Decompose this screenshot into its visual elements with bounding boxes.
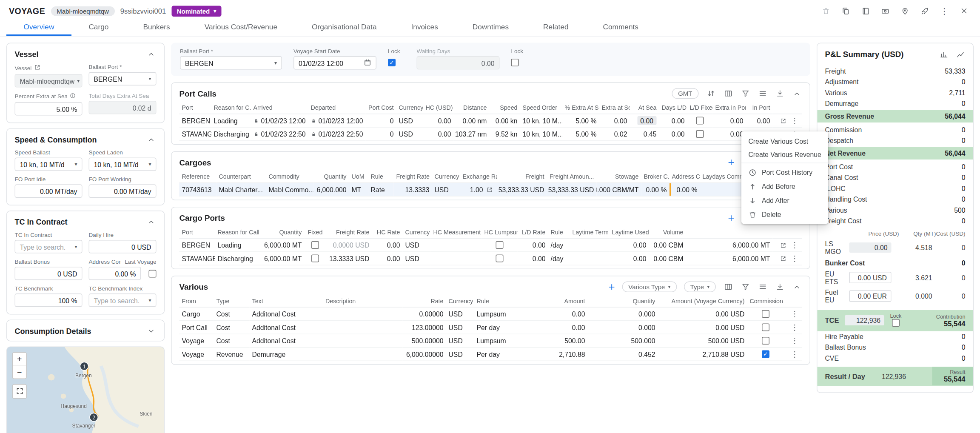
cell-currency[interactable]: USD bbox=[396, 114, 423, 128]
col-rate[interactable]: Rate bbox=[403, 294, 446, 308]
cell-laytime_term[interactable] bbox=[570, 252, 610, 266]
cell-type[interactable]: Cost bbox=[214, 308, 250, 321]
cell-from[interactable]: Voyage bbox=[179, 334, 214, 348]
col-actions[interactable] bbox=[773, 225, 802, 239]
cell-reason[interactable]: Discharging bbox=[215, 252, 261, 266]
vessel-chip[interactable]: Mabl-mloeqmdtqw bbox=[51, 6, 115, 16]
col-actions[interactable] bbox=[773, 101, 802, 114]
cell-uom[interactable]: MT bbox=[349, 183, 368, 197]
row-menu-icon[interactable]: ⋮ bbox=[790, 310, 800, 319]
chart-line-icon[interactable] bbox=[955, 49, 966, 60]
ld_fixed-checkbox[interactable] bbox=[696, 130, 704, 138]
cell-commission[interactable] bbox=[747, 308, 784, 321]
context-menu-item-add-before[interactable]: Add Before bbox=[741, 179, 828, 194]
cell-amount[interactable]: 0.00 bbox=[511, 321, 588, 335]
cell-volume[interactable]: 0.00 CBM bbox=[649, 239, 686, 252]
tab[interactable]: Invoices bbox=[394, 19, 455, 36]
commission-checkbox[interactable] bbox=[762, 324, 769, 331]
hc_lumpsum-checkbox[interactable] bbox=[496, 255, 504, 262]
col-type[interactable]: Type bbox=[214, 294, 250, 308]
tab[interactable]: Various Cost/Revenue bbox=[187, 19, 294, 36]
cell-volume[interactable]: 0.00 CBM bbox=[649, 252, 686, 266]
cell-reason[interactable]: Loading bbox=[215, 239, 261, 252]
col-quantity[interactable]: Quantity bbox=[313, 170, 349, 183]
cell-commodity[interactable]: Mabl Commo... bbox=[266, 183, 313, 197]
cell-port[interactable]: BERGEN bbox=[179, 239, 215, 252]
tab[interactable]: Related bbox=[526, 19, 586, 36]
cell-quantity[interactable]: 6,000.000 bbox=[313, 183, 349, 197]
speed-ballast-select[interactable]: 10 kn, 10 MT/d▾ bbox=[15, 158, 83, 171]
daily-hire-input[interactable]: 0 USD bbox=[89, 240, 157, 254]
cell-distance[interactable]: 0.00 nm bbox=[454, 114, 490, 128]
cell-description[interactable] bbox=[323, 321, 403, 335]
cell-rule[interactable]: Rate bbox=[368, 183, 394, 197]
col-ld_rate[interactable]: L/D Rate bbox=[518, 225, 548, 239]
cell-quantity[interactable]: 500.000 bbox=[588, 334, 658, 348]
cell-ld_rate[interactable]: 0.00 bbox=[518, 252, 548, 266]
map-marker-1[interactable]: 1 bbox=[80, 362, 89, 371]
row-menu-icon[interactable]: ⋮ bbox=[790, 116, 800, 125]
col-stowage[interactable]: Stowage bbox=[597, 170, 641, 183]
ls-mgo-price-input[interactable]: 0.00 bbox=[849, 242, 892, 252]
col-ld_fixed[interactable]: L/D Fixed bbox=[687, 101, 713, 114]
density-icon[interactable] bbox=[758, 282, 768, 292]
hc_lumpsum-checkbox[interactable] bbox=[496, 241, 504, 249]
tc-benchmark-index-select[interactable]: Type to search.▾ bbox=[89, 293, 157, 307]
tc-benchmark-input[interactable]: 100 % bbox=[15, 293, 83, 307]
cell-freight_rate[interactable]: 13.3333 USD bbox=[326, 252, 372, 266]
collapse-icon[interactable] bbox=[146, 217, 157, 227]
context-menu-item-delete[interactable]: Delete bbox=[741, 208, 828, 222]
col-freight_rate[interactable]: Freight Rate bbox=[326, 225, 372, 239]
collapse-icon[interactable] bbox=[146, 49, 157, 60]
col-port[interactable]: Port bbox=[179, 225, 215, 239]
density-icon[interactable] bbox=[758, 88, 768, 99]
cell-rate[interactable]: 0.00000 bbox=[403, 308, 446, 321]
collapse-icon[interactable] bbox=[792, 282, 802, 292]
cell-arrived[interactable]: 01/02/23 22:50 bbox=[251, 128, 308, 141]
cell-commission[interactable] bbox=[747, 334, 784, 348]
cell-departed[interactable]: 01/02/23 22:50 bbox=[308, 128, 366, 141]
col-rule[interactable]: Rule bbox=[474, 294, 511, 308]
col-freight_amount[interactable]: Freight Amoun... bbox=[547, 170, 597, 183]
rocket-icon[interactable] bbox=[917, 4, 932, 18]
add-cargo-button[interactable]: + bbox=[728, 157, 735, 168]
route-map[interactable]: + − 1 2 Bergen Haugesund Stavanger Skien… bbox=[6, 347, 165, 433]
copy-icon[interactable] bbox=[838, 4, 852, 18]
cell-days_ld[interactable]: 0.00 bbox=[659, 114, 687, 128]
cell-laytime_term[interactable] bbox=[570, 239, 610, 252]
cell-address[interactable]: 0.00 % bbox=[669, 183, 700, 197]
col-extra_sea[interactable]: Extra at Sea bbox=[599, 101, 630, 114]
cell-ld_rate[interactable]: 0.00 bbox=[518, 239, 548, 252]
tc-in-contract-select[interactable]: Type to search.▾ bbox=[15, 240, 83, 254]
cell-extra_sea[interactable]: 0.00 bbox=[599, 114, 630, 128]
cell-quantity[interactable]: 6,000.00 MT bbox=[261, 239, 305, 252]
cell-speed_order[interactable]: 10 kn, 10 M... bbox=[520, 128, 562, 141]
open-icon[interactable] bbox=[778, 242, 788, 249]
cell-at_sea[interactable]: 0.45 bbox=[630, 128, 659, 141]
download-icon[interactable] bbox=[775, 282, 785, 292]
cell-quantity[interactable]: 0.452 bbox=[588, 348, 658, 362]
cell-laytime_used[interactable]: 0.00 bbox=[610, 239, 649, 252]
start-date-lock-checkbox[interactable]: ✓ bbox=[388, 59, 396, 66]
context-menu-item-port-cost-history[interactable]: Port Cost History bbox=[741, 165, 828, 179]
cell-currency[interactable]: USD bbox=[446, 321, 474, 335]
fuel-eu-price-input[interactable]: 0.00 EUR bbox=[849, 291, 892, 302]
cell-text[interactable]: Additonal Cost bbox=[250, 321, 323, 335]
col-laytime_term[interactable]: Laytime Term bbox=[570, 225, 610, 239]
col-currency[interactable]: Currency bbox=[432, 170, 460, 183]
cell-ld_fixed[interactable] bbox=[687, 128, 713, 141]
col-speed[interactable]: Speed bbox=[490, 101, 520, 114]
cell-broker[interactable]: 0.00 % bbox=[641, 183, 669, 197]
eu-ets-price-input[interactable]: 0.00 USD bbox=[849, 272, 892, 283]
cell-currency[interactable]: USD bbox=[403, 239, 431, 252]
cell-rule[interactable]: Per day bbox=[474, 321, 511, 335]
cell-amount[interactable]: 0.00 bbox=[511, 308, 588, 321]
collapse-icon[interactable] bbox=[792, 88, 802, 99]
cell-hc_rate[interactable]: 0.00 bbox=[372, 252, 403, 266]
cell-extra_port[interactable]: 0.00 bbox=[713, 114, 746, 128]
cell-description[interactable] bbox=[323, 308, 403, 321]
col-freight[interactable]: Freight bbox=[497, 170, 547, 183]
add-cargo-port-button[interactable]: + bbox=[728, 213, 735, 224]
cell-quantity[interactable]: 0.000 bbox=[588, 321, 658, 335]
col-port_cost[interactable]: Port Cost bbox=[366, 101, 396, 114]
